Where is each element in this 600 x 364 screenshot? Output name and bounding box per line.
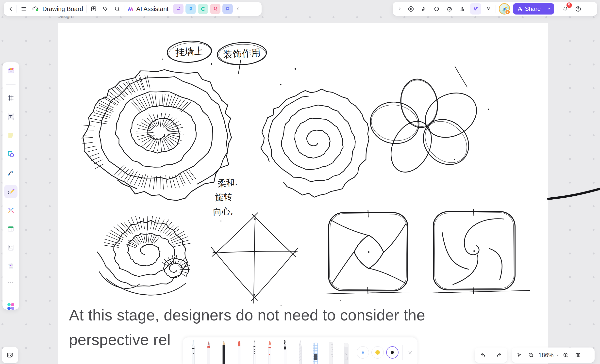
undo-button[interactable] — [478, 350, 488, 360]
sync-status-button[interactable] — [31, 4, 40, 14]
document-tool-button[interactable] — [5, 242, 16, 253]
history-controls — [475, 348, 507, 363]
caption-text-line2[interactable]: perspective rel — [69, 331, 171, 348]
mindmap-tool-button[interactable] — [5, 205, 16, 216]
diagram-app-button[interactable] — [198, 4, 208, 14]
connector-tool-button[interactable] — [5, 167, 16, 178]
ai-assistant-label: AI Assistant — [136, 5, 168, 13]
present-button[interactable] — [406, 4, 416, 14]
cursor-mode-button[interactable] — [514, 350, 524, 360]
zoom-in-button[interactable] — [561, 350, 571, 360]
document-title[interactable]: Drawing Board — [42, 5, 83, 13]
comment-blob-icon — [433, 6, 440, 12]
comment-button[interactable] — [432, 4, 441, 14]
chat-bubble-icon — [224, 6, 231, 12]
text-icon — [7, 113, 15, 121]
cursor-icon — [516, 352, 522, 359]
paint-pencil-tool[interactable] — [296, 339, 304, 364]
cards-tool-button[interactable] — [5, 261, 16, 272]
select-cursor-button[interactable] — [470, 3, 481, 15]
zoom-dropdown-icon[interactable] — [555, 353, 560, 357]
divider — [171, 5, 171, 13]
divider — [496, 5, 496, 13]
sketch-label-oval-left: 挂墙上 — [175, 45, 204, 59]
menu-button[interactable] — [19, 4, 29, 14]
search-button[interactable] — [112, 4, 122, 14]
ai-image-app-button[interactable] — [173, 4, 183, 14]
more-tools-sidebar-button[interactable] — [5, 280, 16, 285]
clover-logo-icon — [6, 302, 15, 311]
help-icon — [575, 6, 582, 12]
eraser-tool[interactable] — [342, 339, 350, 364]
divider — [6, 84, 16, 85]
presentation-app-button[interactable] — [185, 4, 196, 14]
divider — [86, 5, 87, 13]
templates-button[interactable] — [5, 66, 16, 77]
help-button[interactable] — [573, 4, 583, 14]
chat-app-button[interactable] — [222, 4, 233, 14]
draw-tool-button-selected[interactable] — [4, 185, 17, 198]
top-left-toolbar: Drawing Board AI Assistant — [4, 2, 262, 16]
crayon-tool[interactable] — [235, 339, 243, 364]
text-tool-button[interactable] — [5, 111, 16, 122]
tag-button[interactable] — [100, 4, 110, 14]
download-button[interactable] — [89, 4, 99, 14]
divider — [491, 351, 491, 359]
fineliner-tool[interactable] — [250, 339, 259, 364]
shapes-icon — [7, 150, 15, 158]
top-right-toolbar: ★ Share 5 — [393, 2, 597, 16]
avatar[interactable]: ★ — [499, 3, 510, 15]
close-tray-button[interactable] — [406, 349, 414, 356]
blue-dot — [362, 351, 364, 354]
swatch-black-selected[interactable] — [386, 346, 399, 359]
minimap-button[interactable] — [573, 350, 583, 360]
brush-pen-tool[interactable] — [281, 339, 289, 364]
divider — [572, 351, 572, 359]
pen-tray — [183, 337, 417, 364]
fountain-pen-tool[interactable] — [204, 339, 213, 364]
frame-tool-button[interactable] — [5, 93, 16, 103]
person-add-icon — [517, 6, 523, 12]
flowchart-app-button[interactable] — [210, 4, 220, 14]
close-icon — [407, 350, 413, 355]
caption-text-line1[interactable]: At this stage, designers do not need to … — [69, 306, 425, 324]
cloud-sync-icon — [32, 5, 39, 12]
collapse-toolbar-button[interactable] — [235, 4, 241, 14]
pencil-tool[interactable] — [220, 339, 228, 364]
ruler-tool[interactable] — [327, 339, 335, 364]
swatch-blue[interactable] — [357, 346, 369, 359]
share-button[interactable]: Share — [513, 3, 554, 15]
expand-toolbar-button[interactable] — [397, 4, 403, 14]
notifications-button[interactable]: 5 — [560, 4, 570, 14]
timer-button[interactable] — [444, 4, 454, 14]
ai-image-icon — [175, 6, 182, 12]
zoom-level[interactable]: 186% — [538, 352, 553, 359]
redo-button[interactable] — [494, 350, 504, 360]
charts-button[interactable] — [457, 4, 467, 14]
sticky-note-tool-button[interactable] — [5, 130, 16, 141]
stylus-tool[interactable] — [189, 339, 198, 364]
marker-tool[interactable] — [266, 339, 274, 364]
table-tool-button[interactable] — [5, 223, 16, 234]
shapes-tool-button[interactable] — [5, 149, 16, 159]
sketch-label-oval-right: 装饰作用 — [223, 47, 261, 61]
laser-pointer-button[interactable] — [419, 4, 429, 14]
more-tools-button[interactable] — [484, 4, 493, 14]
map-notes-button[interactable] — [2, 347, 18, 363]
washi-tape-tool[interactable] — [311, 339, 320, 364]
share-dropdown-button[interactable] — [543, 6, 554, 11]
ai-assistant-button[interactable]: AI Assistant — [126, 5, 169, 13]
double-chevron-down-icon — [485, 6, 491, 12]
back-button[interactable] — [7, 4, 15, 14]
cursor-selected-icon — [472, 5, 479, 12]
chevron-down-icon — [546, 6, 551, 11]
zoom-out-button[interactable] — [526, 350, 536, 360]
avatar-crown-badge: ★ — [505, 9, 510, 15]
drawing-canvas[interactable]: 挂墙上 装饰作用 柔和. 旋转 向心, At this stage, desig… — [58, 23, 548, 364]
connector-icon — [7, 169, 15, 177]
swatch-yellow[interactable] — [371, 346, 384, 359]
chevron-left-icon — [8, 6, 14, 12]
divider — [402, 345, 403, 360]
apps-logo-button[interactable] — [5, 301, 16, 312]
laser-pointer-icon — [420, 6, 427, 12]
